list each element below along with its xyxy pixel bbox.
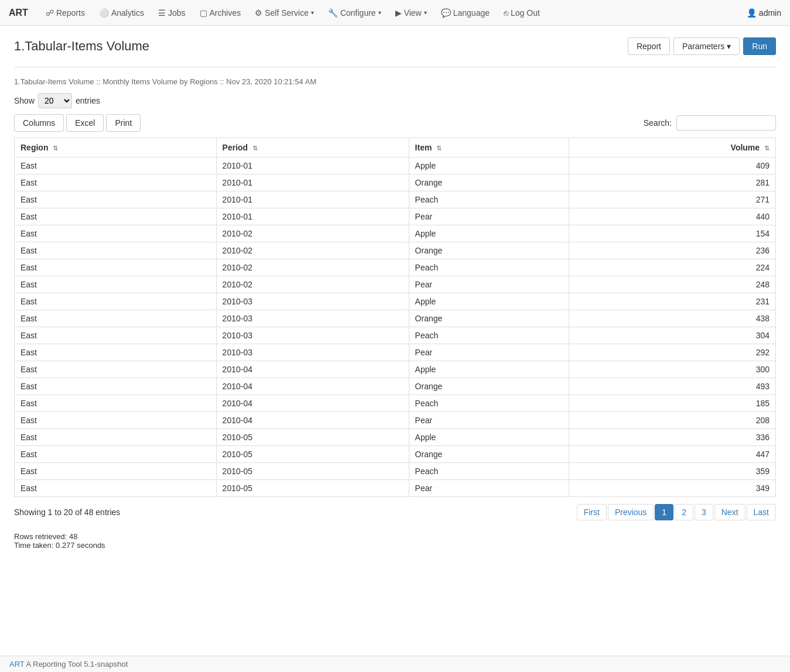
table-cell: 185 [569,395,775,412]
table-cell: 409 [569,157,775,174]
col-item[interactable]: Item ⇅ [409,138,569,157]
table-cell: East [15,480,217,497]
table-cell: East [15,446,217,463]
nav-configure[interactable]: 🔧 Configure ▾ [322,6,387,20]
table-cell: East [15,225,217,242]
table-cell: 304 [569,327,775,344]
table-cell: Peach [409,463,569,480]
table-row: East2010-03Peach304 [15,327,776,344]
nav-logout[interactable]: ⎋ Log Out [498,6,546,20]
table-cell: East [15,174,217,191]
table-cell: Pear [409,412,569,429]
col-region[interactable]: Region ⇅ [15,138,217,157]
table-cell: East [15,242,217,259]
table-row: East2010-03Apple231 [15,293,776,310]
nav-archives-label: Archives [210,8,241,18]
table-cell: 2010-03 [216,293,409,310]
data-table: Region ⇅ Period ⇅ Item ⇅ Volume ⇅ East20… [14,138,776,497]
next-button[interactable]: Next [714,504,745,520]
entries-label: entries [76,96,100,105]
search-label: Search: [644,118,672,128]
table-cell: 154 [569,225,775,242]
table-cell: 208 [569,412,775,429]
col-volume[interactable]: Volume ⇅ [569,138,775,157]
table-row: East2010-02Pear248 [15,276,776,293]
parameters-caret-icon: ▾ [727,42,731,51]
table-cell: 2010-04 [216,412,409,429]
table-cell: 359 [569,463,775,480]
page-3-button[interactable]: 3 [695,504,713,520]
nav-self-service-label: Self Service [265,8,309,18]
table-row: East2010-02Peach224 [15,259,776,276]
nav-analytics[interactable]: ⚪ Analytics [93,6,150,20]
nav-jobs-label: Jobs [168,8,186,18]
table-row: East2010-03Pear292 [15,344,776,361]
run-button[interactable]: Run [743,37,776,55]
table-cell: 336 [569,429,775,446]
table-cell: 2010-04 [216,378,409,395]
table-cell: 271 [569,191,775,208]
logout-icon: ⎋ [504,8,508,18]
table-cell: East [15,310,217,327]
print-button[interactable]: Print [106,114,141,132]
col-period[interactable]: Period ⇅ [216,138,409,157]
configure-icon: 🔧 [328,8,338,18]
table-cell: Peach [409,259,569,276]
table-cell: Peach [409,395,569,412]
nav-language[interactable]: 💬 Language [435,6,495,20]
table-cell: 349 [569,480,775,497]
report-subtitle-name: 1.Tabular-Items Volume [14,77,94,86]
table-cell: 224 [569,259,775,276]
table-row: East2010-01Orange281 [15,174,776,191]
search-row: Search: [644,115,776,131]
nav-links: ☍ Reports ⚪ Analytics ☰ Jobs ▢ Archives … [40,6,747,20]
table-cell: 2010-03 [216,327,409,344]
pagination: First Previous 1 2 3 Next Last [577,504,776,520]
brand-link[interactable]: ART [9,8,28,18]
table-cell: 292 [569,344,775,361]
analytics-icon: ⚪ [99,8,109,18]
excel-button[interactable]: Excel [66,114,104,132]
nav-reports[interactable]: ☍ Reports [40,6,91,20]
table-cell: 2010-01 [216,157,409,174]
user-icon: 👤 [747,8,757,18]
search-input[interactable] [676,115,776,131]
first-button[interactable]: First [577,504,607,520]
page-header: 1.Tabular-Items Volume Report Parameters… [14,37,776,55]
time-taken: Time taken: 0.277 seconds [14,541,776,550]
table-cell: Orange [409,378,569,395]
nav-language-label: Language [453,8,490,18]
nav-jobs[interactable]: ☰ Jobs [152,6,191,20]
language-icon: 💬 [441,8,451,18]
table-cell: 440 [569,208,775,225]
table-cell: 438 [569,310,775,327]
table-row: East2010-04Orange493 [15,378,776,395]
nav-archives[interactable]: ▢ Archives [194,6,247,20]
page-1-button[interactable]: 1 [655,504,673,520]
page-2-button[interactable]: 2 [675,504,693,520]
nav-self-service[interactable]: ⚙ Self Service ▾ [249,6,320,20]
table-row: East2010-04Apple300 [15,361,776,378]
nav-view[interactable]: ▶ View ▾ [389,6,433,20]
region-sort-icon: ⇅ [53,145,58,152]
nav-view-label: View [404,8,422,18]
nav-configure-label: Configure [340,8,376,18]
table-cell: 236 [569,242,775,259]
last-button[interactable]: Last [747,504,776,520]
table-cell: 2010-02 [216,259,409,276]
table-cell: East [15,463,217,480]
show-entries-select[interactable]: 10 20 50 100 [38,93,72,108]
table-cell: Pear [409,344,569,361]
pagination-row: Showing 1 to 20 of 48 entries First Prev… [14,504,776,520]
parameters-button[interactable]: Parameters ▾ [673,37,740,55]
table-cell: 447 [569,446,775,463]
table-row: East2010-04Peach185 [15,395,776,412]
table-cell: 2010-02 [216,242,409,259]
report-button[interactable]: Report [628,37,670,55]
footer-info: Rows retrieved: 48 Time taken: 0.277 sec… [14,532,776,550]
table-row: East2010-05Apple336 [15,429,776,446]
rows-retrieved: Rows retrieved: 48 [14,532,776,541]
columns-button[interactable]: Columns [14,114,64,132]
configure-caret-icon: ▾ [378,9,381,16]
previous-button[interactable]: Previous [608,504,654,520]
